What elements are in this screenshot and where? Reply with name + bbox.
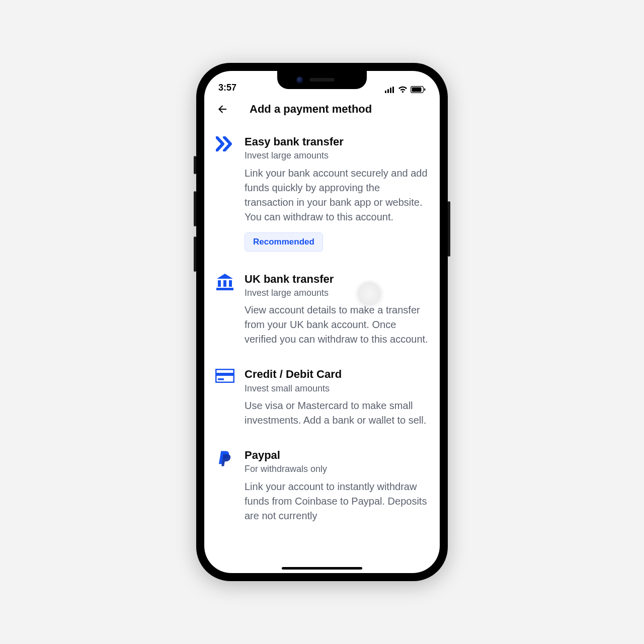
svg-rect-10 <box>229 280 232 287</box>
method-title: Paypal <box>245 449 429 461</box>
svg-rect-14 <box>218 378 224 380</box>
paypal-icon <box>214 449 235 470</box>
payment-methods-list: Easy bank transfer Invest large amounts … <box>204 121 440 568</box>
svg-rect-11 <box>216 288 233 290</box>
page-title: Add a payment method <box>250 103 429 116</box>
method-description: View account details to make a transfer … <box>245 303 429 347</box>
card-icon <box>214 368 235 389</box>
svg-rect-9 <box>223 280 226 287</box>
svg-rect-13 <box>216 373 234 376</box>
svg-marker-7 <box>217 274 233 279</box>
svg-rect-5 <box>412 88 422 92</box>
wifi-icon <box>398 86 408 93</box>
method-title: Easy bank transfer <box>245 135 429 148</box>
side-button-vol-up <box>194 191 196 226</box>
svg-rect-1 <box>387 89 389 93</box>
back-button[interactable] <box>215 102 229 116</box>
method-title: Credit / Debit Card <box>245 368 429 380</box>
status-time: 3:57 <box>218 83 236 93</box>
home-indicator[interactable] <box>282 567 362 570</box>
method-subtitle: Invest large amounts <box>245 287 429 299</box>
chevrons-right-icon <box>214 135 235 156</box>
method-title: UK bank transfer <box>245 273 429 285</box>
recommended-badge: Recommended <box>245 232 323 252</box>
method-texts: Paypal For withdrawals only Link your ac… <box>245 449 429 523</box>
notch <box>277 71 367 89</box>
method-texts: Credit / Debit Card Invest small amounts… <box>245 368 429 428</box>
bank-icon <box>214 273 235 294</box>
method-uk-bank-transfer[interactable]: UK bank transfer Invest large amounts Vi… <box>214 264 429 359</box>
svg-rect-2 <box>390 88 391 93</box>
method-description: Link your account to instantly withdraw … <box>245 479 429 523</box>
screen: 3:57 <box>204 71 440 573</box>
nav-header: Add a payment method <box>204 95 440 121</box>
method-easy-bank-transfer[interactable]: Easy bank transfer Invest large amounts … <box>214 126 429 264</box>
earpiece-speaker <box>309 78 335 82</box>
side-button-power <box>448 201 450 257</box>
method-subtitle: For withdrawals only <box>245 463 429 475</box>
method-texts: UK bank transfer Invest large amounts Vi… <box>245 273 429 347</box>
method-subtitle: Invest large amounts <box>245 150 429 162</box>
svg-rect-6 <box>424 89 425 91</box>
status-indicators <box>385 86 426 93</box>
method-subtitle: Invest small amounts <box>245 383 429 394</box>
svg-rect-8 <box>218 280 221 287</box>
method-description: Link your bank account securely and add … <box>245 166 429 224</box>
method-paypal[interactable]: Paypal For withdrawals only Link your ac… <box>214 440 429 535</box>
method-texts: Easy bank transfer Invest large amounts … <box>245 135 429 252</box>
side-button-silence <box>194 156 196 174</box>
side-button-vol-down <box>194 236 196 272</box>
cellular-icon <box>385 87 395 93</box>
method-description: Use visa or Mastercard to make small inv… <box>245 398 429 428</box>
front-camera <box>296 76 303 84</box>
battery-icon <box>411 86 426 93</box>
svg-rect-0 <box>385 91 386 93</box>
method-credit-debit-card[interactable]: Credit / Debit Card Invest small amounts… <box>214 359 429 440</box>
arrow-left-icon <box>216 103 228 115</box>
phone-frame: 3:57 <box>196 63 448 581</box>
svg-rect-3 <box>392 87 394 93</box>
